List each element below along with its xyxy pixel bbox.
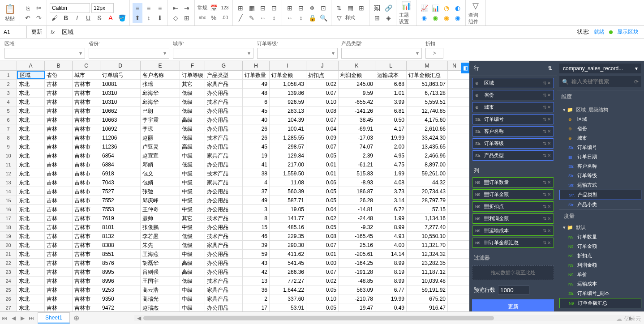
cell[interactable]: 11,321.70 [407,241,448,249]
panel-toggle-icon[interactable]: ◧ [461,63,469,73]
cell[interactable]: 43 [243,259,270,267]
cell[interactable]: 低级 [180,232,205,240]
cell[interactable]: 1,058.43 [270,80,306,88]
cell[interactable]: 东北 [17,250,45,258]
tree-item[interactable]: N9运输成本 [559,279,641,289]
cell[interactable]: 0.10 [306,294,339,303]
pivot-icon[interactable]: ⊞ [356,3,366,13]
chart-button[interactable]: 📊 主题设置 [399,2,413,24]
cell[interactable]: 订单编号 [100,71,141,79]
row-header[interactable]: 6 [0,115,17,124]
chart-scatter-icon[interactable]: ◉ [430,13,440,23]
remove-icon[interactable]: ✕ [547,192,551,197]
scroll-left-icon[interactable]: ◀ [134,315,143,321]
cell[interactable]: 36 [243,285,270,294]
row-header[interactable]: 21 [0,250,17,258]
cell[interactable]: 订单金额汇总 [407,71,448,79]
cell[interactable]: -14.81 [339,205,375,213]
sort-icon[interactable]: ⇅ [543,153,546,158]
align-right-icon[interactable]: ≡ [155,3,165,13]
filter-city-select[interactable]: ▾ [173,48,253,59]
search-icon[interactable]: 🔍 [318,13,328,23]
cell[interactable]: 吕则强 [141,268,180,276]
cell[interactable]: 办公用品 [205,196,243,204]
cell[interactable]: 45 [243,142,270,151]
cell[interactable]: 技术产品 [205,169,243,178]
cell[interactable]: 王仲奇 [141,205,180,213]
cell[interactable]: 0.50 [375,115,407,124]
format-normal[interactable]: 常规 [197,3,207,13]
cell[interactable]: 26.28 [339,196,375,204]
cell[interactable] [448,277,461,285]
cell[interactable]: 赵丽 [141,133,180,142]
cell[interactable]: 吉林市 [73,89,100,97]
cell[interactable]: 12,740.85 [407,106,448,115]
freeze-icon[interactable]: ❄ [307,3,317,13]
filter-drop-zone[interactable]: 拖动数据字段至此处 [472,265,554,280]
cell[interactable] [448,285,461,294]
cell[interactable]: -655.42 [339,98,375,106]
cell[interactable]: 胡磊华 [141,259,180,267]
cell[interactable]: 7619 [100,214,141,222]
refresh-icon[interactable]: ⟳ [634,79,639,85]
dim-group[interactable]: ▾ 📁区域_层级结构 [559,105,641,115]
cell[interactable]: 5,559.51 [407,98,448,106]
select-all-corner[interactable] [0,61,17,70]
cell[interactable]: 266.36 [270,268,306,276]
cell[interactable]: 吉林市 [73,187,100,196]
align-center-icon[interactable]: ≡ [144,3,154,13]
cell[interactable]: 中级 [180,250,205,258]
cell[interactable]: 245.00 [339,80,375,88]
sort-icon[interactable]: ⇅ [543,93,546,98]
cell[interactable]: 6.68 [375,80,407,88]
cell[interactable]: 1.99 [375,169,407,178]
cell[interactable] [448,259,461,267]
chart-gauge-icon[interactable]: ◐ [453,3,463,13]
cell[interactable]: 吉林市 [73,169,100,178]
swap-icon[interactable]: ⇅ [548,65,552,72]
cell[interactable]: 吉林市 [73,294,100,303]
cell[interactable]: 吉林 [45,142,73,151]
cell[interactable] [448,268,461,276]
chart-area-icon[interactable]: ◉ [419,13,429,23]
cell[interactable]: -69.91 [339,124,375,133]
cut-icon[interactable]: ✂ [34,3,44,13]
font-color-icon[interactable]: A [106,13,116,23]
cell[interactable]: 东北 [17,115,45,124]
cell[interactable]: -61.21 [339,160,375,169]
underline-icon[interactable]: U [83,13,93,23]
cell[interactable]: 4.93 [375,232,407,240]
cell[interactable]: 家具产品 [205,241,243,249]
cell[interactable]: 朱先 [141,241,180,249]
cell[interactable]: 订单金额 [270,71,306,79]
cell[interactable]: 王海燕 [141,250,180,258]
cell[interactable]: 技术产品 [205,277,243,285]
cell[interactable]: 聂帅 [141,214,180,222]
cell[interactable]: 办公用品 [205,106,243,115]
cell[interactable]: 吉林市 [73,277,100,285]
cell[interactable]: 中级 [180,169,205,178]
cell[interactable]: 吉林 [45,80,73,88]
undo-icon[interactable]: ↶ [23,13,33,23]
cell[interactable]: 8101 [100,223,141,231]
cell[interactable]: 订单等级 [180,71,205,79]
sort-icon[interactable]: ⇅ [543,117,546,122]
cell[interactable]: 家具产品 [205,285,243,294]
cell[interactable] [448,80,461,88]
cell[interactable]: 办公用品 [205,223,243,231]
tree-item[interactable]: Str.产品类型 [559,190,641,200]
tab-first-icon[interactable]: ⏮ [0,315,9,321]
cell[interactable]: 8996 [100,277,141,285]
row-header[interactable]: 13 [0,178,17,187]
tree-item[interactable]: Str.运输方式 [559,180,641,190]
cell[interactable]: 1,644.22 [270,285,306,294]
cell[interactable]: 560.39 [270,187,306,196]
cell[interactable]: 23,282.35 [407,259,448,267]
cell[interactable]: 0.02 [306,80,339,88]
cell[interactable]: 东北 [17,285,45,294]
row-header[interactable]: 9 [0,142,17,151]
cell[interactable]: 0.07 [306,142,339,151]
cell[interactable]: 217.00 [270,160,306,169]
row-header[interactable]: 4 [0,98,17,106]
field-pill[interactable]: Str.订单等级⇅✕ [472,138,554,149]
